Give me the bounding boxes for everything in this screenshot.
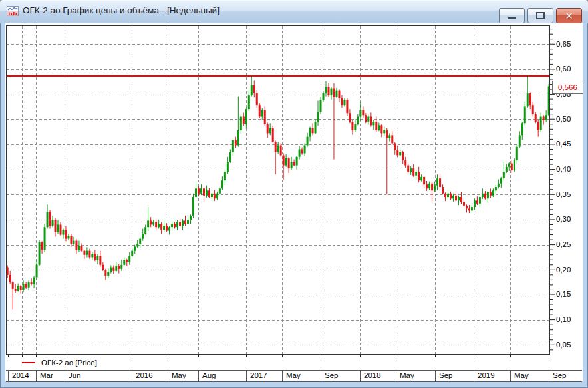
price-axis-label: 0,20: [556, 265, 571, 275]
time-axis-label: 2017: [250, 371, 267, 379]
time-axis-label: Sep: [553, 371, 566, 379]
time-axis-cell: May: [510, 371, 549, 381]
time-axis-cell: 2018: [360, 371, 396, 381]
time-axis-cell: 2016: [132, 371, 168, 381]
price-axis-label: 0,35: [556, 190, 571, 200]
price-axis: 0,050,100,150,200,250,300,350,400,450,50…: [550, 25, 583, 359]
time-axis-cell: Aug: [198, 371, 247, 381]
price-axis-label: 0,15: [556, 290, 571, 299]
price-axis-label: 0,50: [556, 114, 571, 124]
price-axis-label: 0,10: [556, 315, 571, 325]
time-axis-label: 2018: [364, 371, 381, 379]
price-axis-label: 0,45: [556, 139, 571, 149]
time-axis-label: May: [172, 371, 186, 379]
time-axis-cell: May: [396, 371, 436, 381]
time-axis-cell: Sep: [549, 371, 583, 381]
last-price-value: 0,566: [558, 83, 577, 91]
series-line-icon: [22, 362, 35, 363]
time-axis-cell: Jun: [65, 371, 132, 381]
time-axis-label: Aug: [202, 371, 216, 379]
time-axis-label: Sep: [325, 371, 338, 379]
window-title: ОГК-2 ао График цены и объёма - [Недельн…: [23, 5, 220, 15]
close-button[interactable]: ✕: [556, 8, 582, 23]
time-axis-label: 2014: [12, 371, 29, 379]
desktop-background: ОГК-2 ао График цены и объёма - [Недельн…: [0, 0, 588, 388]
time-axis-cell: May: [168, 371, 199, 381]
legend-label: ОГК-2 ао [Price]: [41, 357, 97, 368]
time-axis-label: Mar: [40, 371, 53, 379]
price-axis-label: 0,60: [556, 64, 571, 74]
minimize-button[interactable]: [499, 8, 525, 23]
time-axis-cell: 2017: [246, 371, 283, 381]
maximize-button[interactable]: [527, 8, 553, 23]
time-axis-cell: Sep: [321, 371, 361, 381]
price-axis-label: 0,30: [556, 214, 571, 224]
time-axis-label: Sep: [439, 371, 452, 379]
window-titlebar[interactable]: ОГК-2 ао График цены и объёма - [Недельн…: [0, 0, 588, 23]
time-axis-cell: Sep: [435, 371, 474, 381]
time-axis-label: May: [514, 371, 529, 379]
price-axis-label: 0,40: [556, 164, 571, 174]
close-icon: ✕: [565, 11, 573, 21]
price-axis-label: 0,25: [556, 240, 571, 250]
minimize-icon: [508, 17, 516, 19]
price-volume-chart-icon: [7, 6, 19, 16]
time-axis-label: Jun: [69, 371, 81, 379]
time-axis-label: 2019: [478, 371, 495, 379]
app-window: ОГК-2 ао График цены и объёма - [Недельн…: [0, 0, 588, 388]
time-axis-cell: May: [282, 371, 321, 381]
maximize-icon: [536, 12, 545, 19]
chart-legend: ОГК-2 ао [Price]: [22, 357, 97, 368]
time-axis-cell: Mar: [36, 371, 65, 381]
price-axis-label: 0,65: [556, 39, 571, 49]
time-axis-label: May: [400, 371, 414, 379]
time-axis: 2014MarJun2016MayAug2017MaySep2018MaySep…: [6, 370, 582, 382]
time-axis-label: 2016: [136, 371, 153, 379]
time-axis-label: May: [286, 371, 301, 379]
price-chart-plot[interactable]: [6, 25, 550, 359]
time-axis-cell: 2014: [8, 371, 37, 381]
window-controls: ✕: [496, 8, 582, 23]
price-axis-label: 0,05: [556, 340, 571, 350]
last-price-label: 0,566: [552, 81, 583, 94]
time-axis-cell: 2019: [474, 371, 511, 381]
